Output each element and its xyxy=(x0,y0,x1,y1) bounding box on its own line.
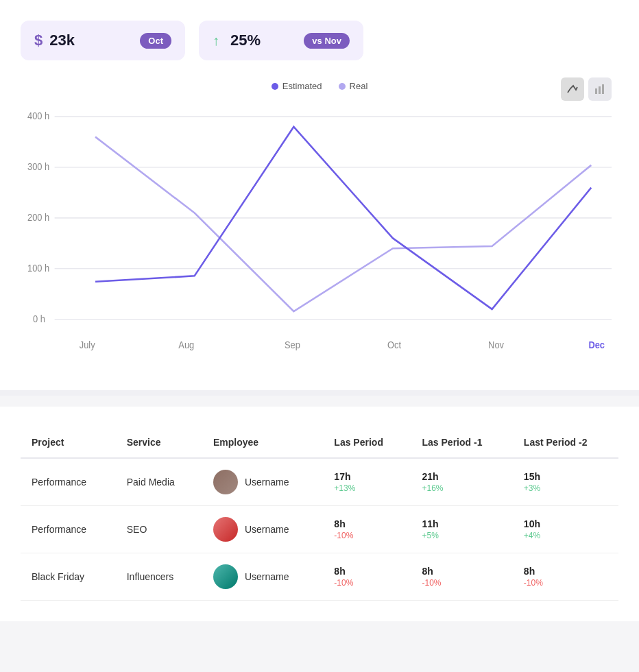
employee-cell-1: Username xyxy=(213,517,312,542)
col-last-period-2: Last Period -2 xyxy=(513,427,618,458)
las-period-val-2: 8h xyxy=(334,566,400,577)
table-row: Black Friday Influencers Username 8h -10… xyxy=(21,553,618,601)
kpi-badge-revenue: Oct xyxy=(140,33,171,49)
estimated-dot xyxy=(272,83,278,90)
line-chart-button[interactable] xyxy=(561,77,584,101)
col-employee: Employee xyxy=(202,427,323,458)
svg-text:July: July xyxy=(80,340,95,350)
legend-estimated: Estimated xyxy=(272,81,322,91)
hours-las-period-1: 8h -10% xyxy=(334,518,400,540)
last-period-2-pct-1: +4% xyxy=(524,531,607,540)
chart-controls xyxy=(561,77,612,101)
cell-last-period-2-0: 15h +3% xyxy=(513,458,618,506)
chart-area: Estimated Real 400 h 300 h 200 h 100 h 0 xyxy=(21,81,618,363)
cell-service-1: SEO xyxy=(116,506,202,553)
hours-las-period-0: 17h +13% xyxy=(334,471,400,493)
table-row: Performance Paid Media Username 17h +13%… xyxy=(21,458,618,506)
svg-text:Oct: Oct xyxy=(387,340,401,350)
svg-text:100 h: 100 h xyxy=(27,263,49,274)
svg-text:Dec: Dec xyxy=(588,340,605,350)
cell-employee-1: Username xyxy=(202,506,323,553)
las-period-1-val-0: 21h xyxy=(422,471,502,482)
las-period-val-0: 17h xyxy=(334,471,400,482)
real-line xyxy=(95,137,591,311)
svg-text:300 h: 300 h xyxy=(27,162,49,172)
las-period-1-pct-1: +5% xyxy=(422,531,502,540)
header-row: Project Service Employee Las Period Las … xyxy=(21,427,618,458)
employee-cell-0: Username xyxy=(213,470,312,494)
section-divider xyxy=(0,390,639,396)
data-table: Project Service Employee Las Period Las … xyxy=(21,427,618,601)
hours-last-period-2-2: 8h -10% xyxy=(524,566,607,588)
cell-employee-2: Username xyxy=(202,553,323,601)
kpi-card-revenue: $ 23k Oct xyxy=(21,21,185,60)
last-period-2-pct-0: +3% xyxy=(524,483,607,493)
hours-last-period-2-0: 15h +3% xyxy=(524,471,607,493)
table-body: Performance Paid Media Username 17h +13%… xyxy=(21,458,618,601)
cell-las-period-1-1: 11h +5% xyxy=(411,506,513,553)
cell-last-period-2-1: 10h +4% xyxy=(513,506,618,553)
table-row: Performance SEO Username 8h -10% 11h +5%… xyxy=(21,506,618,553)
kpi-badge-growth: vs Nov xyxy=(304,33,350,49)
svg-text:400 h: 400 h xyxy=(27,111,49,121)
table-header: Project Service Employee Las Period Las … xyxy=(21,427,618,458)
hours-las-period-1-0: 21h +16% xyxy=(422,471,502,493)
cell-project-1: Performance xyxy=(21,506,116,553)
las-period-1-val-2: 8h xyxy=(422,566,502,577)
legend-real: Real xyxy=(339,81,368,91)
cell-project-0: Performance xyxy=(21,458,116,506)
top-section: $ 23k Oct ↑ 25% vs Nov xyxy=(0,0,639,390)
las-period-pct-1: -10% xyxy=(334,531,400,540)
last-period-2-pct-2: -10% xyxy=(524,578,607,588)
kpi-value-growth: 25% xyxy=(230,32,261,49)
avatar-2 xyxy=(213,564,238,589)
real-dot xyxy=(339,83,346,90)
las-period-1-pct-0: +16% xyxy=(422,483,502,493)
kpi-left-revenue: $ 23k xyxy=(34,32,75,49)
hours-las-period-2: 8h -10% xyxy=(334,566,400,588)
las-period-pct-0: +13% xyxy=(334,483,400,493)
svg-text:Sep: Sep xyxy=(285,340,300,350)
svg-text:200 h: 200 h xyxy=(27,213,49,223)
arrow-up-icon: ↑ xyxy=(213,33,219,49)
last-period-2-val-1: 10h xyxy=(524,518,607,529)
bar-chart-button[interactable] xyxy=(588,77,612,101)
svg-rect-2 xyxy=(602,84,604,94)
kpi-row: $ 23k Oct ↑ 25% vs Nov xyxy=(21,21,618,60)
las-period-1-val-1: 11h xyxy=(422,518,502,529)
avatar-1 xyxy=(213,517,238,542)
last-period-2-val-2: 8h xyxy=(524,566,607,577)
las-period-pct-2: -10% xyxy=(334,578,400,588)
svg-text:Nov: Nov xyxy=(488,340,504,350)
cell-last-period-2-2: 8h -10% xyxy=(513,553,618,601)
avatar-0 xyxy=(213,470,238,494)
las-period-1-pct-2: -10% xyxy=(422,578,502,588)
cell-las-period-1-0: 21h +16% xyxy=(411,458,513,506)
svg-rect-1 xyxy=(599,86,601,94)
employee-cell-2: Username xyxy=(213,564,312,589)
las-period-val-1: 8h xyxy=(334,518,400,529)
cell-las-period-0: 17h +13% xyxy=(323,458,411,506)
cell-las-period-2: 8h -10% xyxy=(323,553,411,601)
cell-las-period-1: 8h -10% xyxy=(323,506,411,553)
cell-service-0: Paid Media xyxy=(116,458,202,506)
legend-real-label: Real xyxy=(350,81,368,91)
chart-legend: Estimated Real xyxy=(27,81,612,91)
cell-las-period-1-2: 8h -10% xyxy=(411,553,513,601)
kpi-card-growth: ↑ 25% vs Nov xyxy=(199,21,363,60)
employee-name-1: Username xyxy=(245,524,289,535)
chart-svg: 400 h 300 h 200 h 100 h 0 h July Aug Sep… xyxy=(27,102,612,363)
legend-estimated-label: Estimated xyxy=(282,81,322,91)
hours-last-period-2-1: 10h +4% xyxy=(524,518,607,540)
kpi-value-revenue: 23k xyxy=(49,32,75,49)
employee-name-2: Username xyxy=(245,571,289,582)
hours-las-period-1-2: 8h -10% xyxy=(422,566,502,588)
dollar-icon: $ xyxy=(34,32,43,49)
svg-text:0 h: 0 h xyxy=(33,314,45,324)
col-las-period: Las Period xyxy=(323,427,411,458)
cell-project-2: Black Friday xyxy=(21,553,116,601)
cell-service-2: Influencers xyxy=(116,553,202,601)
last-period-2-val-0: 15h xyxy=(524,471,607,482)
col-service: Service xyxy=(116,427,202,458)
chart-wrapper: 400 h 300 h 200 h 100 h 0 h July Aug Sep… xyxy=(27,102,612,363)
